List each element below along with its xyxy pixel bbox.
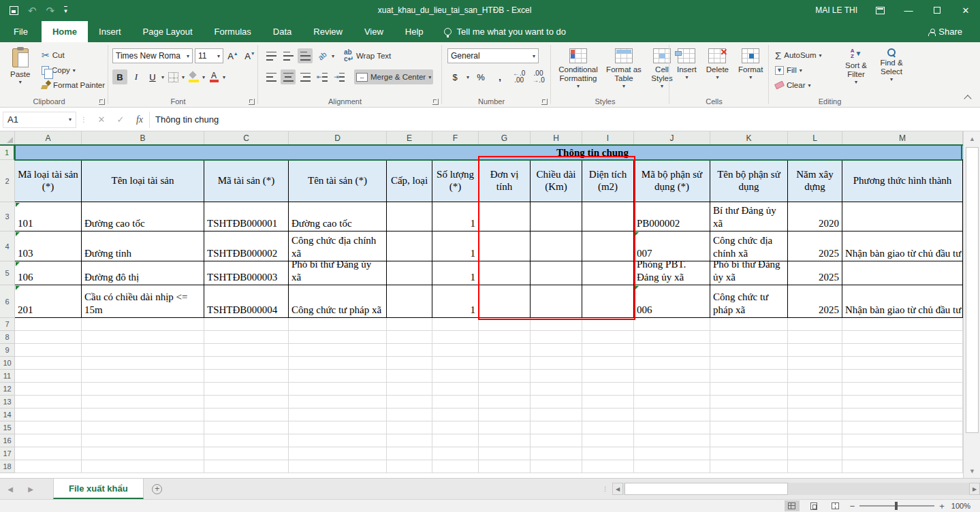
cell-G11[interactable] <box>479 370 531 383</box>
paste-button[interactable]: Paste ▾ <box>7 46 33 87</box>
share-button[interactable]: Share <box>911 27 980 42</box>
cell-E5[interactable] <box>387 261 432 285</box>
cell-G15[interactable] <box>479 421 531 434</box>
cell-L10[interactable] <box>788 357 842 370</box>
cell-L14[interactable] <box>788 409 842 421</box>
cell-F7[interactable] <box>432 318 479 331</box>
cell-E7[interactable] <box>387 318 432 331</box>
row-header-7[interactable]: 7 <box>0 318 15 331</box>
cell-A16[interactable] <box>15 434 82 447</box>
cell-D16[interactable] <box>289 434 387 447</box>
cell-G9[interactable] <box>479 344 531 357</box>
column-header-C[interactable]: C <box>204 131 289 144</box>
column-header-A[interactable]: A <box>15 131 82 144</box>
cell-A18[interactable] <box>15 460 82 473</box>
clipboard-dialog-launcher[interactable] <box>99 99 105 105</box>
column-header-J[interactable]: J <box>634 131 710 144</box>
cell-H5[interactable] <box>531 261 582 285</box>
close-button[interactable]: ✕ <box>951 0 980 20</box>
cell-C10[interactable] <box>204 357 289 370</box>
ribbon-tab-home[interactable]: Home <box>42 21 88 42</box>
cell-B4[interactable]: Đường tỉnh <box>82 231 204 261</box>
format-cells-button[interactable]: Format▾ <box>735 46 766 82</box>
cell-M2[interactable]: Phương thức hình thành <box>842 160 963 202</box>
column-header-H[interactable]: H <box>531 131 582 144</box>
cell-L8[interactable] <box>788 331 842 344</box>
cell-H16[interactable] <box>531 434 582 447</box>
middle-align-button[interactable] <box>281 48 296 63</box>
name-box-splitter[interactable]: ⋮ <box>80 116 88 123</box>
column-header-E[interactable]: E <box>387 131 432 144</box>
cell-L2[interactable]: Năm xây dựng <box>788 160 842 202</box>
cell-F15[interactable] <box>432 421 479 434</box>
cell-C17[interactable] <box>204 447 289 460</box>
account-name[interactable]: MAI LE THI <box>807 5 866 15</box>
enter-formula-icon[interactable]: ✓ <box>111 114 130 125</box>
cell-D18[interactable] <box>289 460 387 473</box>
cell-K7[interactable] <box>710 318 788 331</box>
align-left-button[interactable] <box>264 69 279 84</box>
cell-F3[interactable]: 1 <box>432 202 479 231</box>
cell-L15[interactable] <box>788 421 842 434</box>
ribbon-tab-file[interactable]: File <box>0 21 42 42</box>
row-header-12[interactable]: 12 <box>0 383 15 396</box>
cell-C16[interactable] <box>204 434 289 447</box>
tab-scrollbar-splitter[interactable]: ⋮ <box>602 479 612 499</box>
cell-G5[interactable] <box>479 261 531 285</box>
cell-K12[interactable] <box>710 383 788 396</box>
cell-D3[interactable]: Đường cao tốc <box>289 202 387 231</box>
cell-E4[interactable] <box>387 231 432 261</box>
cell-I4[interactable] <box>582 231 634 261</box>
alignment-dialog-launcher[interactable] <box>432 99 439 105</box>
sort-filter-button[interactable]: AZ▼ Sort & Filter▾ <box>838 46 874 88</box>
cell-I15[interactable] <box>582 421 634 434</box>
cell-J9[interactable] <box>634 344 710 357</box>
cell-E17[interactable] <box>387 447 432 460</box>
font-name-box[interactable]: Times New Roma▾ <box>112 48 193 63</box>
percent-style-button[interactable]: % <box>473 69 488 84</box>
fill-button[interactable]: ▼Fill▾ <box>773 63 824 78</box>
cell-F10[interactable] <box>432 357 479 370</box>
cell-A15[interactable] <box>15 421 82 434</box>
cell-E10[interactable] <box>387 357 432 370</box>
cell-F12[interactable] <box>432 383 479 396</box>
cell-H2[interactable]: Chiều dài (Km) <box>531 160 582 202</box>
cell-M18[interactable] <box>842 460 963 473</box>
customize-qat-icon[interactable]: ▾ <box>64 6 67 14</box>
vertical-scroll-thumb[interactable] <box>966 147 979 433</box>
cell-M3[interactable] <box>842 202 963 231</box>
cell-F16[interactable] <box>432 434 479 447</box>
cell-H14[interactable] <box>531 409 582 421</box>
cell-I3[interactable] <box>582 202 634 231</box>
cell-E16[interactable] <box>387 434 432 447</box>
cell-H4[interactable] <box>531 231 582 261</box>
cell-M9[interactable] <box>842 344 963 357</box>
cell-A3[interactable]: 101 <box>15 202 82 231</box>
paste-dropdown-arrow[interactable]: ▾ <box>19 79 22 85</box>
ribbon-tab-data[interactable]: Data <box>262 21 302 42</box>
cell-H18[interactable] <box>531 460 582 473</box>
underline-button[interactable]: U <box>145 69 160 84</box>
cell-K18[interactable] <box>710 460 788 473</box>
cell-A4[interactable]: 103 <box>15 231 82 261</box>
cell-H6[interactable] <box>531 285 582 318</box>
cell-J12[interactable] <box>634 383 710 396</box>
cell-L5[interactable]: 2025 <box>788 261 842 285</box>
column-header-I[interactable]: I <box>582 131 634 144</box>
cell-A6[interactable]: 201 <box>15 285 82 318</box>
row-header-13[interactable]: 13 <box>0 396 15 409</box>
cell-B9[interactable] <box>82 344 204 357</box>
scroll-right-icon[interactable]: ▶ <box>969 483 980 495</box>
name-box[interactable]: A1▾ <box>3 112 76 128</box>
normal-view-button[interactable] <box>785 500 800 511</box>
cell-G3[interactable] <box>479 202 531 231</box>
cell-L13[interactable] <box>788 396 842 409</box>
cell-E9[interactable] <box>387 344 432 357</box>
comma-style-button[interactable]: , <box>492 69 507 84</box>
cell-J10[interactable] <box>634 357 710 370</box>
cell-E13[interactable] <box>387 396 432 409</box>
cell-F8[interactable] <box>432 331 479 344</box>
cell-L17[interactable] <box>788 447 842 460</box>
row-header-17[interactable]: 17 <box>0 447 15 460</box>
orientation-dropdown-arrow[interactable]: ▾ <box>332 53 334 59</box>
